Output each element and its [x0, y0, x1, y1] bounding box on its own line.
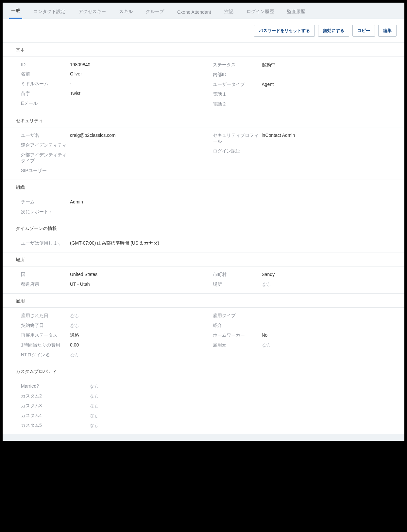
security-right-col: セキュリティプロフィールinContact Admin ログイン認証	[213, 131, 392, 176]
disable-button[interactable]: 無効にする	[318, 25, 349, 37]
label-country: 国	[21, 272, 70, 278]
tab-general[interactable]: 一般	[9, 3, 22, 19]
section-header-org: 組織	[3, 180, 404, 194]
label-home-worker: ホームワーカー	[213, 332, 262, 338]
app-frame: 一般 コンタクト設定 アクセスキー スキル グループ Cxone Attenda…	[3, 3, 404, 441]
section-body-security: ユーザ名craig@b2classics.com 連合アイデンティティ 外部アイ…	[3, 127, 404, 180]
tab-audit-history[interactable]: 監査履歴	[285, 4, 307, 19]
value-employer: なし	[262, 342, 271, 348]
section-header-employment: 雇用	[3, 293, 404, 308]
reset-password-button[interactable]: パスワードをリセットする	[254, 25, 315, 37]
value-custom5: なし	[90, 423, 99, 428]
label-hourly-cost: 1時間当たりの費用	[21, 342, 70, 348]
label-custom4: カスタム4	[21, 413, 90, 419]
label-middle: ミドルネーム	[21, 81, 70, 87]
label-email: Eメール	[21, 101, 70, 106]
custom-col: Married?なし カスタム2なし カスタム3なし カスタム4なし カスタム5…	[21, 381, 391, 430]
location-left-col: 国United States 都道府県UT - Utah	[21, 270, 200, 289]
tab-skill[interactable]: スキル	[117, 4, 135, 19]
value-security-profile: inContact Admin	[262, 133, 295, 138]
section-body-location: 国United States 都道府県UT - Utah 市町村Sandy 場所…	[3, 266, 404, 293]
label-security-profile: セキュリティプロフィール	[213, 133, 262, 144]
basic-right-col: ステータス起動中 内部ID ユーザータイプAgent 電話 1 電話 2	[213, 60, 392, 109]
section-body-org: チームAdmin 次にレポート：	[3, 194, 404, 221]
content-card: パスワードをリセットする 無効にする コピー 編集 基本 ID19809840 …	[3, 19, 404, 434]
edit-button[interactable]: 編集	[378, 25, 397, 37]
value-id: 19809840	[70, 62, 90, 67]
value-name: Oliver	[70, 71, 82, 76]
value-user-uses: (GMT-07:00) 山岳部標準時間 (US & カナダ)	[70, 240, 159, 246]
label-id: ID	[21, 62, 70, 67]
value-username: craig@b2classics.com	[70, 133, 115, 138]
tab-contact-settings[interactable]: コンタクト設定	[31, 4, 67, 19]
org-col: チームAdmin 次にレポート：	[21, 197, 391, 217]
label-sip-user: SIPユーザー	[21, 168, 70, 174]
value-middle: -	[70, 81, 72, 86]
label-custom3: カスタム3	[21, 403, 90, 409]
label-term-date: 契約終了日	[21, 323, 70, 329]
section-header-security: セキュリティ	[3, 113, 404, 127]
tab-group[interactable]: グループ	[144, 4, 166, 19]
label-hire-date: 雇用された日	[21, 313, 70, 319]
label-custom1: Married?	[21, 383, 90, 389]
label-referral: 紹介	[213, 323, 262, 329]
label-phone1: 電話 1	[213, 91, 262, 97]
label-lastname: 苗字	[21, 91, 70, 97]
label-name: 名前	[21, 71, 70, 77]
label-custom2: カスタム2	[21, 393, 90, 399]
section-body-custom: Married?なし カスタム2なし カスタム3なし カスタム4なし カスタム5…	[3, 378, 404, 434]
tab-attendant[interactable]: Cxone Attendant	[175, 5, 213, 19]
value-country: United States	[70, 272, 97, 277]
section-body-timezone: ユーザは使用します(GMT-07:00) 山岳部標準時間 (US & カナダ)	[3, 235, 404, 252]
section-body-basic: ID19809840 名前Oliver ミドルネーム- 苗字Twist Eメール…	[3, 57, 404, 113]
action-bar: パスワードをリセットする 無効にする コピー 編集	[3, 19, 404, 42]
section-header-custom: カスタムプロパティ	[3, 364, 404, 378]
label-city: 市町村	[213, 272, 262, 278]
label-reports-to: 次にレポート：	[21, 209, 70, 215]
label-user-type: ユーザータイプ	[213, 82, 262, 88]
tab-access-key[interactable]: アクセスキー	[76, 4, 108, 19]
value-hire-date: なし	[70, 313, 79, 319]
value-custom4: なし	[90, 413, 99, 419]
value-custom3: なし	[90, 403, 99, 409]
value-status: 起動中	[262, 62, 276, 68]
label-user-uses: ユーザは使用します	[21, 240, 70, 246]
label-login-auth: ログイン認証	[213, 148, 262, 154]
section-header-location: 場所	[3, 252, 404, 266]
tab-bar: 一般 コンタクト設定 アクセスキー スキル グループ Cxone Attenda…	[3, 3, 404, 19]
value-nt-login: なし	[70, 352, 79, 358]
value-hourly-cost: 0.00	[70, 342, 79, 347]
label-external-id-type: 外部アイデンティティタイプ	[21, 152, 70, 164]
value-city: Sandy	[262, 272, 275, 277]
value-lastname: Twist	[70, 91, 80, 96]
label-federated: 連合アイデンティティ	[21, 142, 70, 148]
value-team: Admin	[70, 199, 83, 204]
value-rehire-status: 適格	[70, 332, 79, 338]
basic-left-col: ID19809840 名前Oliver ミドルネーム- 苗字Twist Eメール	[21, 60, 200, 109]
label-custom5: カスタム5	[21, 423, 90, 428]
value-term-date: なし	[70, 323, 79, 329]
label-state: 都道府県	[21, 282, 70, 287]
section-body-employment: 雇用された日なし 契約終了日なし 再雇用ステータス適格 1時間当たりの費用0.0…	[3, 308, 404, 364]
tab-notes[interactable]: 注記	[222, 4, 235, 19]
label-location: 場所	[213, 282, 262, 287]
label-emp-type: 雇用タイプ	[213, 313, 262, 319]
section-header-timezone: タイムゾーンの情報	[3, 221, 404, 235]
copy-button[interactable]: コピー	[352, 25, 375, 37]
value-state: UT - Utah	[70, 282, 90, 287]
value-home-worker: No	[262, 332, 268, 338]
location-right-col: 市町村Sandy 場所なし	[213, 270, 392, 289]
value-user-type: Agent	[262, 82, 274, 87]
label-status: ステータス	[213, 62, 262, 68]
label-phone2: 電話 2	[213, 101, 262, 107]
employment-left-col: 雇用された日なし 契約終了日なし 再雇用ステータス適格 1時間当たりの費用0.0…	[21, 311, 200, 360]
value-custom1: なし	[90, 383, 99, 389]
timezone-col: ユーザは使用します(GMT-07:00) 山岳部標準時間 (US & カナダ)	[21, 238, 391, 248]
label-username: ユーザ名	[21, 133, 70, 138]
tab-login-history[interactable]: ログイン履歴	[245, 4, 276, 19]
label-employer: 雇用元	[213, 342, 262, 348]
value-custom2: なし	[90, 393, 99, 399]
employment-right-col: 雇用タイプ 紹介 ホームワーカーNo 雇用元なし	[213, 311, 392, 360]
section-header-basic: 基本	[3, 42, 404, 57]
label-internal-id: 内部ID	[213, 72, 262, 78]
